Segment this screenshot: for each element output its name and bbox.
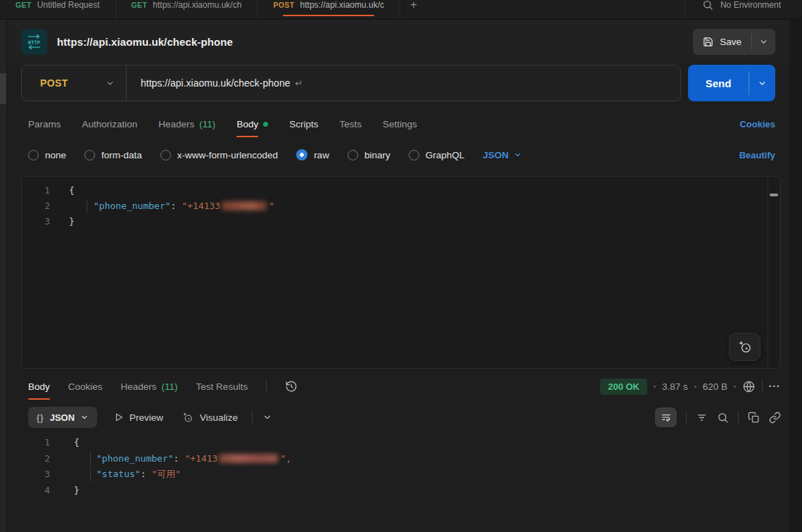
url-input[interactable]: https://api.xiaomu.uk/check-phone↵ (127, 77, 303, 89)
headers-count: (11) (199, 119, 215, 129)
more-views-chevron[interactable] (262, 412, 272, 422)
indent-guide (87, 199, 87, 213)
save-options-button[interactable] (752, 29, 775, 55)
environment-selector[interactable]: No Environment (720, 0, 781, 10)
beautify-link[interactable]: Beautify (739, 150, 775, 160)
link-icon[interactable] (769, 412, 781, 424)
copy-icon[interactable] (748, 412, 760, 424)
response-format-selector[interactable]: {} JSON (28, 407, 97, 428)
line-number: 2 (21, 451, 50, 467)
code-line: 1 { (21, 435, 775, 451)
divider (762, 380, 763, 393)
line-number: 3 (22, 214, 50, 229)
request-tab-untitled[interactable]: GET Untitled Request (0, 0, 116, 20)
radio-none[interactable]: none (28, 150, 66, 160)
request-tab-get-url[interactable]: GET https://api.xiaomu.uk/ch (116, 0, 258, 20)
floppy-icon (703, 37, 713, 47)
headers-count: (11) (162, 381, 178, 392)
divider (252, 411, 253, 424)
save-button[interactable]: Save (693, 29, 751, 55)
filter-icon[interactable] (696, 412, 708, 424)
play-icon (114, 412, 124, 422)
radio-raw[interactable]: raw (296, 149, 329, 160)
line-number: 3 (21, 467, 50, 483)
word-wrap-button[interactable] (655, 407, 677, 427)
tab-response-cookies[interactable]: Cookies (68, 381, 103, 392)
tab-body[interactable]: Body (236, 119, 268, 129)
tab-authorization[interactable]: Authorization (82, 119, 138, 129)
line-number: 2 (22, 198, 50, 214)
radio-graphql[interactable]: GraphQL (409, 150, 465, 160)
save-split-button: Save (693, 29, 775, 55)
response-time[interactable]: 3.87 s (662, 381, 688, 392)
braces-icon: {} (37, 412, 44, 423)
tab-tests[interactable]: Tests (339, 119, 362, 129)
response-status-group: 200 OK 3.87 s 620 B ••• (600, 379, 781, 395)
indent-guide (90, 467, 91, 482)
request-section-tabs: Params Authorization Headers(11) Body Sc… (28, 111, 775, 137)
editor-scrollbar[interactable] (768, 177, 780, 368)
url-input-container: POST https://api.xiaomu.uk/check-phone↵ (21, 65, 681, 101)
search-response-icon[interactable] (717, 412, 729, 424)
separator-dot (654, 386, 656, 388)
code-line: 3 } (22, 214, 766, 229)
request-tab-post-url-active[interactable]: POST https://api.xiaomu.uk/c (257, 0, 400, 20)
response-section-tabs: Body Cookies Headers(11) Test Results 20… (28, 373, 781, 400)
tab-headers[interactable]: Headers(11) (158, 119, 215, 129)
code-line: 4 } (21, 483, 775, 499)
response-history-icon[interactable] (285, 380, 298, 393)
chevron-down-icon (758, 79, 767, 88)
code-line: 2 "phone_number":"+1413", (21, 451, 775, 467)
divider (685, 0, 685, 20)
radio-binary[interactable]: binary (348, 150, 390, 160)
visualize-button[interactable]: Visualize (182, 411, 238, 424)
tab-response-headers[interactable]: Headers(11) (121, 381, 178, 392)
svg-text:HTTP: HTTP (28, 39, 41, 45)
send-options-button[interactable] (749, 65, 775, 101)
chevron-down-icon (262, 412, 272, 422)
tab-params[interactable]: Params (28, 119, 61, 129)
tab-scripts[interactable]: Scripts (289, 119, 318, 129)
line-number: 1 (22, 183, 50, 198)
status-badge[interactable]: 200 OK (600, 379, 647, 395)
scrollbar-thumb[interactable] (770, 194, 778, 196)
method-selector[interactable]: POST (22, 77, 126, 89)
chevron-down-icon (514, 151, 522, 159)
radio-x-www-form-urlencoded[interactable]: x-www-form-urlencoded (160, 150, 278, 160)
response-toolbar: {} JSON Preview Visualize (28, 406, 781, 429)
postbot-button[interactable] (729, 333, 760, 361)
return-glyph: ↵ (295, 78, 303, 89)
tab-settings[interactable]: Settings (383, 119, 417, 129)
request-body-editor[interactable]: 1 { 2 "phone_number":"+14133" 3 } (21, 176, 781, 369)
request-header: HTTP https://api.xiaomu.uk/check-phone S… (7, 20, 789, 63)
radio-icon (409, 150, 419, 160)
http-protocol-icon: HTTP (21, 29, 47, 55)
preview-button[interactable]: Preview (114, 412, 163, 423)
code-line: 1 { (22, 183, 766, 198)
sidebar-rail-highlight (0, 73, 6, 104)
radio-form-data[interactable]: form-data (84, 150, 142, 160)
tab-test-results[interactable]: Test Results (196, 381, 248, 392)
radio-selected-icon (296, 149, 307, 160)
tab-label: Untitled Request (37, 0, 100, 10)
divider (266, 380, 267, 393)
radio-icon (160, 150, 171, 160)
globe-icon[interactable] (742, 380, 756, 393)
word-wrap-icon (661, 412, 672, 423)
cookies-link[interactable]: Cookies (739, 119, 775, 129)
url-builder: POST https://api.xiaomu.uk/check-phone↵ … (21, 65, 775, 101)
tab-label: https://api.xiaomu.uk/ch (153, 0, 241, 10)
raw-format-selector[interactable]: JSON (483, 150, 522, 160)
response-size[interactable]: 620 B (703, 381, 727, 392)
radio-icon (348, 150, 358, 160)
tab-response-body[interactable]: Body (28, 381, 50, 392)
tab-method-badge: POST (273, 1, 294, 9)
new-tab-button[interactable]: + (410, 0, 417, 12)
code-line: 3 "status":"可用" (21, 467, 775, 483)
response-body-viewer[interactable]: 1 { 2 "phone_number":"+1413", 3 "status"… (21, 435, 775, 532)
method-label: POST (40, 77, 68, 89)
send-button[interactable]: Send (688, 65, 749, 101)
search-icon[interactable] (702, 0, 713, 11)
divider (686, 411, 687, 424)
more-options-icon[interactable]: ••• (769, 383, 781, 390)
